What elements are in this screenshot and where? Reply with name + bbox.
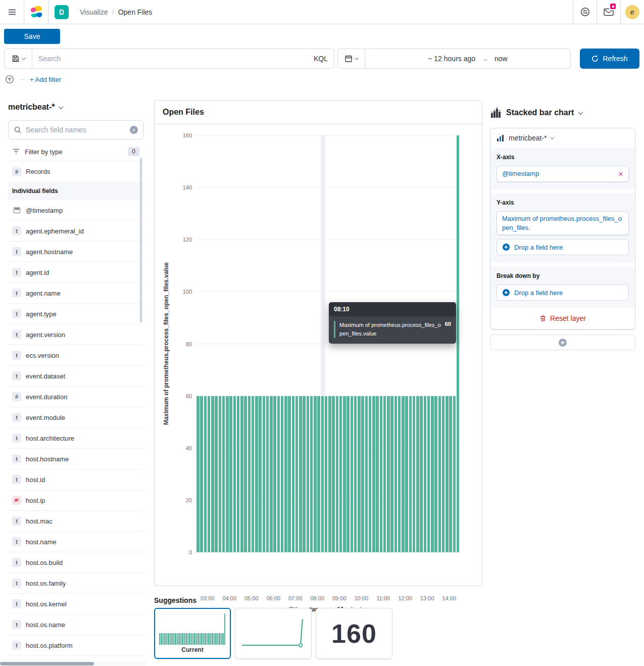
bar[interactable]	[434, 396, 437, 552]
bar[interactable]	[219, 396, 222, 552]
refresh-button[interactable]: Refresh	[580, 49, 639, 69]
space-avatar[interactable]: D	[55, 5, 69, 19]
bar[interactable]	[237, 396, 240, 552]
bar[interactable]	[233, 396, 236, 552]
field-item[interactable]: thost.mac	[8, 511, 143, 532]
bar[interactable]	[376, 396, 379, 552]
bar[interactable]	[211, 396, 214, 552]
sidebar-scrollbar[interactable]	[140, 158, 142, 322]
query-search-input[interactable]	[38, 55, 309, 63]
field-item[interactable]: tecs.version	[8, 345, 143, 366]
user-menu-button[interactable]: e	[620, 0, 644, 24]
field-search-input[interactable]	[26, 126, 126, 134]
clear-search-icon[interactable]: ×	[130, 126, 138, 134]
bar[interactable]	[457, 135, 460, 552]
bar[interactable]	[346, 396, 350, 552]
query-language-button[interactable]: KQL	[309, 55, 328, 63]
bar[interactable]	[288, 396, 291, 552]
bar[interactable]	[387, 396, 390, 552]
bar[interactable]	[445, 396, 449, 552]
time-range-from[interactable]: ~ 12 hours ago	[428, 55, 475, 63]
time-range-picker[interactable]: ~ 12 hours ago → now	[365, 49, 571, 69]
bar[interactable]	[351, 396, 354, 552]
field-item[interactable]: thost.os.platform	[8, 635, 143, 656]
field-item[interactable]: thost.os.kernel	[8, 594, 143, 614]
x-axis-dimension[interactable]: @timestamp ×	[497, 166, 629, 182]
add-layer-button[interactable]	[490, 335, 635, 350]
bar[interactable]	[325, 396, 328, 552]
horizontal-scrollbar[interactable]	[0, 662, 94, 665]
field-item[interactable]: thost.os.name	[8, 614, 143, 635]
bar[interactable]	[361, 396, 364, 552]
breakdown-drop-zone[interactable]: Drop a field here	[497, 284, 629, 301]
bar[interactable]	[343, 396, 346, 552]
bar[interactable]	[292, 396, 295, 552]
bar[interactable]	[442, 396, 445, 552]
add-filter-link[interactable]: + Add filter	[30, 76, 61, 83]
bar[interactable]	[416, 396, 419, 552]
main-menu-button[interactable]	[0, 0, 24, 24]
newsfeed-button[interactable]	[597, 0, 620, 24]
y-axis-dimension[interactable]: Maximum of prometheus.process_files_open…	[497, 211, 629, 235]
filter-by-type-button[interactable]: Filter by type 0	[8, 142, 143, 161]
field-item[interactable]: thost.architecture	[8, 428, 143, 449]
field-item[interactable]: thost.name	[8, 532, 143, 552]
bar[interactable]	[409, 396, 412, 552]
bar[interactable]	[339, 396, 342, 552]
bar[interactable]	[398, 396, 401, 552]
bar[interactable]	[354, 396, 357, 552]
bar[interactable]	[284, 396, 287, 552]
field-item[interactable]: tagent.name	[8, 283, 143, 304]
bar[interactable]	[277, 396, 280, 552]
bar[interactable]	[226, 396, 229, 552]
bar[interactable]	[240, 396, 243, 552]
bar[interactable]	[369, 396, 372, 552]
bar[interactable]	[281, 396, 284, 552]
layer-index-pattern-switcher[interactable]: metricbeat-*	[490, 128, 635, 148]
suggestion-metric[interactable]: 160	[316, 608, 392, 659]
bar[interactable]	[244, 396, 247, 552]
bar[interactable]	[317, 396, 320, 552]
field-item[interactable]: tagent.hostname	[8, 242, 143, 262]
field-item[interactable]: tevent.module	[8, 407, 143, 428]
bar[interactable]	[405, 396, 408, 552]
remove-dimension-icon[interactable]: ×	[618, 170, 623, 178]
bar[interactable]	[222, 396, 225, 552]
bar[interactable]	[358, 396, 361, 552]
help-menu-button[interactable]	[573, 0, 597, 24]
bar[interactable]	[332, 396, 335, 552]
bar[interactable]	[273, 396, 276, 552]
bar[interactable]	[310, 396, 313, 552]
saved-query-menu-button[interactable]	[4, 49, 32, 69]
bar[interactable]	[427, 396, 430, 552]
bar[interactable]	[229, 396, 232, 552]
bar[interactable]	[402, 396, 405, 552]
bar[interactable]	[438, 396, 441, 552]
field-item[interactable]: thost.id	[8, 469, 143, 490]
bar[interactable]	[314, 396, 317, 552]
bar[interactable]	[259, 396, 262, 552]
bar[interactable]	[204, 396, 207, 552]
bar[interactable]	[295, 396, 299, 552]
bar[interactable]	[307, 396, 310, 552]
elastic-logo[interactable]	[24, 0, 49, 24]
field-item[interactable]: @timestamp	[8, 200, 143, 221]
bar[interactable]	[196, 396, 200, 552]
bar[interactable]	[431, 396, 434, 552]
bar[interactable]	[372, 396, 375, 552]
bar[interactable]	[394, 396, 398, 552]
quick-time-menu-button[interactable]	[337, 49, 365, 69]
breadcrumb-visualize[interactable]: Visualize	[80, 8, 108, 16]
bar[interactable]	[424, 396, 427, 552]
field-item[interactable]: tagent.ephemeral_id	[8, 221, 143, 242]
reset-layer-button[interactable]: Reset layer	[490, 308, 635, 329]
bar[interactable]	[383, 396, 386, 552]
bar[interactable]	[420, 396, 423, 552]
field-item[interactable]: tagent.version	[8, 324, 143, 345]
field-item[interactable]: thost.os.build	[8, 552, 143, 573]
bar[interactable]	[299, 396, 302, 552]
bar[interactable]	[321, 396, 324, 552]
field-item[interactable]: #event.duration	[8, 387, 143, 407]
bar[interactable]	[365, 396, 368, 552]
bar[interactable]	[380, 396, 383, 552]
